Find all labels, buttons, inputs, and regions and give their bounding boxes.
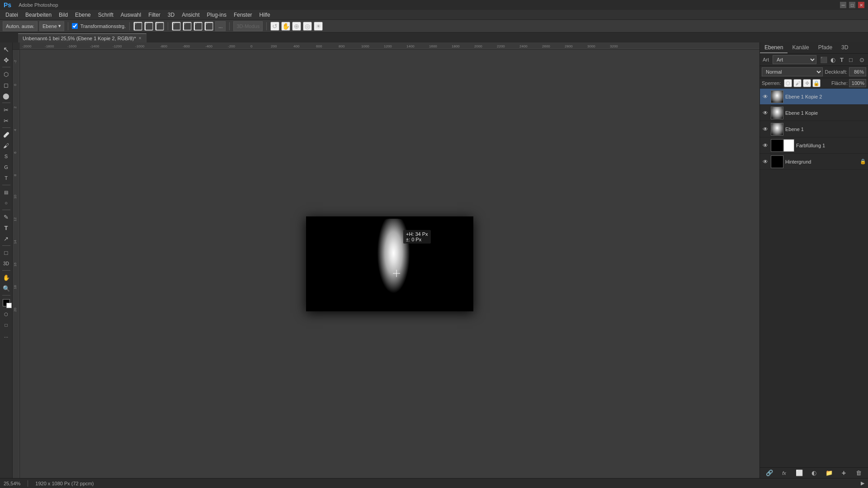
menu-bild[interactable]: Bild — [55, 11, 71, 19]
align-left-btn[interactable]: ⬛ — [133, 22, 142, 31]
canvas-area[interactable]: +H: 34 Px ±: 0 Px — [20, 50, 760, 478]
zoom3d-btn[interactable]: ⊕ — [292, 22, 301, 31]
blend-opacity-row: Normal Auflösen Abdunkeln Multiplizieren… — [760, 66, 868, 78]
tool-dodge[interactable]: ○ — [1, 198, 11, 208]
maximize-button[interactable]: □ — [849, 2, 855, 8]
menu-3d[interactable]: 3D — [164, 11, 178, 19]
menu-bearbeiten[interactable]: Bearbeiten — [22, 11, 55, 19]
distribute-btn4[interactable]: ⬛ — [204, 22, 213, 31]
layer-visibility-toggle[interactable]: 👁 — [762, 126, 769, 133]
document-canvas: +H: 34 Px ±: 0 Px — [306, 216, 473, 311]
layer-filter-btn3[interactable]: T — [838, 55, 845, 64]
tool-slice[interactable]: ✂ — [1, 116, 11, 126]
opacity-input[interactable] — [849, 67, 866, 76]
tool-brush[interactable]: 🖌 — [1, 141, 11, 150]
3d-mode-btn[interactable]: 3D-Modus — [233, 21, 263, 31]
layer-row[interactable]: 👁 Farbfüllung 1 — [760, 137, 868, 154]
menu-plugins[interactable]: Plug-ins — [203, 11, 230, 19]
layer-new-btn[interactable]: + — [840, 469, 849, 478]
layer-group-btn[interactable]: 📁 — [825, 469, 834, 478]
menu-auswahl[interactable]: Auswahl — [117, 11, 145, 19]
more-options-btn[interactable]: ... — [215, 21, 226, 31]
minimize-button[interactable]: ─ — [840, 2, 846, 8]
tab-layers[interactable]: Ebenen — [760, 42, 788, 53]
menu-ebene[interactable]: Ebene — [71, 11, 94, 19]
layer-mask-btn[interactable]: ⬜ — [795, 469, 804, 478]
tool-shape[interactable]: □ — [1, 248, 11, 258]
tab-3d[interactable]: 3D — [837, 42, 853, 53]
align-right-btn[interactable]: ⬛ — [155, 22, 164, 31]
layer-row[interactable]: 👁 Ebene 1 Kopie 2 — [760, 89, 868, 105]
status-expand-btn[interactable]: ▶ — [861, 480, 864, 486]
layer-visibility-toggle[interactable]: 👁 — [762, 158, 769, 165]
menu-schrift[interactable]: Schrift — [94, 11, 117, 19]
tab-paths[interactable]: Pfade — [814, 42, 837, 53]
tool-stamp[interactable]: S — [1, 151, 11, 161]
layer-row[interactable]: 👁 Hintergrund 🔒 — [760, 154, 868, 170]
menu-fenster[interactable]: Fenster — [230, 11, 256, 19]
lock-move-btn[interactable]: ✥ — [803, 79, 811, 87]
svg-text:0: 0 — [13, 84, 17, 86]
tool-history-brush[interactable]: G — [1, 162, 11, 172]
art-filter-select[interactable]: Art Pixel Einstellungen — [773, 55, 816, 64]
lock-all-btn[interactable]: 🔒 — [812, 79, 821, 87]
blend-mode-select[interactable]: Normal Auflösen Abdunkeln Multiplizieren — [762, 67, 823, 76]
tool-move[interactable]: ✥ — [1, 55, 11, 65]
tool-quickmask[interactable]: ⬡ — [1, 309, 11, 319]
lock-paint-btn[interactable]: 🖌 — [793, 79, 802, 87]
tool-select[interactable]: ↖ — [1, 44, 11, 54]
menu-datei[interactable]: Datei — [2, 11, 22, 19]
fill-input[interactable] — [849, 79, 866, 87]
layer-select-btn[interactable]: Ebene ▾ — [39, 21, 64, 31]
menu-hilfe[interactable]: Hilfe — [256, 11, 274, 19]
distribute-btn3[interactable]: ⬛ — [193, 22, 203, 31]
menu-ansicht[interactable]: Ansicht — [178, 11, 203, 19]
layer-filter-toggle[interactable]: ⊙ — [858, 55, 865, 64]
layer-filter-btn1[interactable]: ⬛ — [820, 55, 827, 64]
layer-visibility-toggle[interactable]: 👁 — [762, 142, 769, 149]
move-tool-options[interactable]: Auton. ausw. — [3, 21, 38, 31]
distribute-btn2[interactable]: ⬛ — [183, 22, 192, 31]
tool-text[interactable]: T — [1, 223, 11, 233]
tool-gradient[interactable]: ▤ — [1, 187, 11, 197]
pan-btn[interactable]: ✋ — [281, 22, 290, 31]
close-button[interactable]: ✕ — [858, 2, 864, 8]
tool-3d[interactable]: 3D — [1, 258, 11, 268]
tool-hand[interactable]: ✋ — [1, 272, 11, 282]
layer-link-btn[interactable]: 🔗 — [765, 469, 774, 478]
camera-btn[interactable]: ◎ — [303, 22, 312, 31]
layer-name: Hintergrund — [785, 159, 858, 164]
layer-filter-btn4[interactable]: □ — [847, 55, 854, 64]
layer-label: Ebene — [42, 23, 57, 29]
rotate-btn[interactable]: ↺ — [270, 22, 279, 31]
layer-filter-btn2[interactable]: ◐ — [829, 55, 836, 64]
tab-channels[interactable]: Kanäle — [788, 42, 813, 53]
tool-screenmode[interactable]: □ — [1, 320, 11, 330]
align-center-btn[interactable]: ⬛ — [144, 22, 153, 31]
tab-close-btn[interactable]: × — [139, 36, 142, 41]
layer-delete-btn[interactable]: 🗑 — [854, 469, 863, 478]
layer-visibility-toggle[interactable]: 👁 — [762, 109, 769, 117]
light-btn[interactable]: ☀ — [314, 22, 323, 31]
document-tab[interactable]: Unbenannt-1 bei 25,5% (Ebene 1 Kopie 2, … — [18, 33, 146, 42]
transform-checkbox[interactable] — [72, 23, 78, 29]
layer-row[interactable]: 👁 Ebene 1 — [760, 121, 868, 137]
tool-heal[interactable]: 🩹 — [1, 130, 11, 140]
tool-marquee[interactable]: ◻ — [1, 80, 11, 90]
auton-label: Auton. ausw. — [6, 23, 34, 29]
tool-zoom[interactable]: 🔍 — [1, 283, 11, 293]
tool-path-select[interactable]: ↗ — [1, 234, 11, 244]
layer-visibility-toggle[interactable]: 👁 — [762, 93, 769, 100]
tool-extra[interactable]: … — [1, 331, 11, 341]
tool-lasso[interactable]: ⬡ — [1, 69, 11, 79]
layer-adjustment-btn[interactable]: ◐ — [810, 469, 819, 478]
menu-filter[interactable]: Filter — [145, 11, 164, 19]
layer-fx-btn[interactable]: fx — [780, 469, 789, 478]
tool-magic-wand[interactable]: ⬤ — [1, 91, 11, 101]
lock-transparent-btn[interactable]: ⬡ — [784, 79, 792, 87]
layer-row[interactable]: 👁 Ebene 1 Kopie — [760, 105, 868, 121]
tool-eraser[interactable]: T — [1, 173, 11, 183]
tool-pen[interactable]: ✎ — [1, 212, 11, 222]
tool-crop[interactable]: ✂ — [1, 105, 11, 115]
distribute-btn1[interactable]: ⬛ — [172, 22, 181, 31]
